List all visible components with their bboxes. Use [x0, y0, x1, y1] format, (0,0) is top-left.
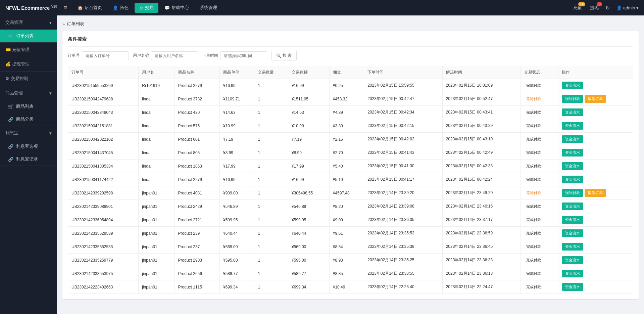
cell-qty: 1: [254, 254, 288, 267]
cell-order-time: 2023年02月14日 23:33:55: [364, 267, 443, 280]
sidebar-item-product-category[interactable]: 🔗 商品分类: [0, 113, 57, 126]
cell-commission: ¥8.85: [329, 267, 364, 280]
col-order-no: 订单号: [68, 66, 139, 79]
roles-icon: 👤: [113, 5, 118, 10]
menu-toggle-icon[interactable]: ≡: [64, 4, 67, 11]
user-menu[interactable]: 👤 admin ▾: [616, 5, 639, 10]
cell-order-time: 2023年02月14日 23:35:38: [364, 240, 443, 254]
cell-product: Product 2656: [175, 267, 219, 280]
sidebar-group-trade-control: ⚙ 交易控制: [0, 72, 57, 86]
order-no-input[interactable]: [82, 51, 129, 60]
refresh-button[interactable]: ↻: [605, 5, 610, 11]
sidebar-group-title-trade-control[interactable]: ⚙ 交易控制: [0, 72, 57, 86]
cell-status: 完成付款: [521, 119, 558, 133]
cell-status: 完成付款: [521, 173, 558, 186]
table-row: UB2302142333553975 jinpan01 Product 2656…: [68, 267, 633, 280]
top-navigation: NFWL Ecommerce V10 ≡ 🏠 后台首页 👤 角色 ⚖ 交易 💬 …: [0, 0, 644, 15]
btn-cancel-order-8[interactable]: 取消订单: [585, 189, 606, 197]
cell-unfreeze-time: 2023年02月15日 00:43:10: [442, 133, 521, 146]
cell-unit-price: ¥17.99: [220, 160, 254, 173]
sidebar-group-title-withdraw[interactable]: 💰 提现管理: [0, 57, 57, 71]
cell-actions: 资金流水: [558, 227, 633, 240]
search-button[interactable]: 🔍 搜 索: [271, 51, 297, 60]
search-btn-label: 搜 索: [283, 53, 292, 58]
order-time-input[interactable]: [220, 51, 267, 60]
sidebar-group-title-recharge[interactable]: 💳 充值管理: [0, 43, 57, 57]
cell-qty: 1: [254, 186, 288, 200]
btn-fund-flow-15[interactable]: 资金流水: [562, 283, 583, 291]
interest-options-icon: 🔗: [8, 144, 13, 149]
cell-actions: 资金流水: [558, 160, 633, 173]
status-badge: 完成付款: [524, 109, 543, 116]
cell-order-no: UB2302142335529539: [68, 227, 139, 240]
nav-label-dashboard: 后台首页: [85, 5, 102, 11]
nav-item-help[interactable]: 💬 帮助中心: [160, 3, 194, 13]
sidebar-item-interest-records[interactable]: 🔗 利息宝记录: [0, 153, 57, 166]
order-list-label: 订单列表: [16, 33, 34, 39]
cell-unfreeze-time: 2023年02月14日 23:36:33: [442, 254, 521, 267]
sidebar-group-title-trade[interactable]: 交易管理 ▾: [0, 15, 57, 30]
cell-username: jinpan01: [139, 200, 175, 213]
btn-fund-flow-11[interactable]: 资金流水: [562, 229, 583, 237]
username-field: 用户名称: [133, 51, 198, 60]
recharge-button[interactable]: 充值 14: [573, 5, 582, 11]
btn-force-pay-1[interactable]: 强制付款: [562, 95, 583, 103]
cell-amount: ¥699.34: [288, 280, 329, 294]
btn-fund-flow-6[interactable]: 资金流水: [562, 162, 583, 170]
sidebar-item-interest-options[interactable]: 🔗 利息宝选项: [0, 140, 57, 153]
btn-fund-flow-7[interactable]: 资金流水: [562, 176, 583, 183]
nav-item-dashboard[interactable]: 🏠 后台首页: [73, 3, 107, 13]
btn-fund-flow-10[interactable]: 资金流水: [562, 216, 583, 224]
cell-commission: ¥4.39: [329, 106, 364, 119]
cell-commission: ¥3.30: [329, 119, 364, 133]
nav-item-transactions[interactable]: ⚖ 交易: [135, 3, 158, 13]
btn-force-pay-8[interactable]: 强制付款: [562, 189, 583, 197]
col-actions: 操作: [558, 66, 633, 79]
cell-commission: ¥10.49: [329, 280, 364, 294]
recharge-management-label: 💳 充值管理: [5, 47, 30, 53]
sidebar-group-interest: 利息宝 ▾ 🔗 利息宝选项 🔗 利息宝记录: [0, 126, 57, 166]
cell-order-no: UB2302142333553975: [68, 267, 139, 280]
cell-unit-price: ¥7.19: [220, 133, 254, 146]
btn-fund-flow-14[interactable]: 资金流水: [562, 270, 583, 277]
nav-item-roles[interactable]: 👤 角色: [108, 3, 133, 13]
cell-amount: ¥595.00: [288, 254, 329, 267]
col-status: 交易状态: [521, 66, 558, 79]
cell-commission: ¥2.16: [329, 133, 364, 146]
cell-qty: 1: [254, 133, 288, 146]
col-order-time: 下单时间: [364, 66, 443, 79]
cell-unfreeze-time: 2023年02月15日 00:42:24: [442, 173, 521, 186]
col-unit-price: 商品单价: [220, 66, 254, 79]
sidebar-group-title-interest[interactable]: 利息宝 ▾: [0, 126, 57, 140]
btn-cancel-order-1[interactable]: 取消订单: [585, 95, 606, 103]
cell-commission: ¥9.00: [329, 213, 364, 227]
table-row: UB2302142335529539 jinpan01 Product 239 …: [68, 227, 633, 240]
cell-unit-price: ¥589.77: [220, 267, 254, 280]
orders-table: 订单号 用户名 商品名称 商品单价 交易数量 交易数额 佣金 下单时间 解冻时间…: [68, 66, 633, 294]
btn-fund-flow-12[interactable]: 资金流水: [562, 243, 583, 251]
cell-unit-price: ¥8.99: [220, 146, 254, 160]
sidebar-item-product-list[interactable]: 🛒 商品列表: [0, 100, 57, 113]
sidebar-group-title-products[interactable]: 商品管理 ▾: [0, 86, 57, 100]
table-row: UB2302142335259779 jinpan01 Product 2903…: [68, 254, 633, 267]
username-input[interactable]: [151, 51, 198, 60]
btn-fund-flow-0[interactable]: 资金流水: [562, 82, 583, 89]
sidebar-group-trade-management: 交易管理 ▾ 🛒 订单列表: [0, 15, 57, 43]
cell-product: Product 237: [175, 240, 219, 254]
nav-item-system[interactable]: 系统管理: [195, 3, 222, 13]
btn-fund-flow-3[interactable]: 资金流水: [562, 122, 583, 130]
btn-fund-flow-2[interactable]: 资金流水: [562, 108, 583, 116]
withdraw-badge: 0: [597, 2, 602, 6]
product-list-icon: 🛒: [8, 104, 13, 109]
btn-fund-flow-5[interactable]: 资金流水: [562, 149, 583, 156]
main-card: 条件搜索 订单号 用户名称 下单时间 🔍 搜 索: [62, 31, 639, 299]
cell-order-no: UB2302142339089901: [68, 200, 139, 213]
sidebar-item-order-list[interactable]: 🛒 订单列表: [0, 30, 57, 42]
product-list-label: 商品列表: [16, 103, 34, 109]
withdraw-button[interactable]: 提现 0: [590, 5, 599, 11]
col-amount: 交易数额: [288, 66, 329, 79]
btn-fund-flow-9[interactable]: 资金流水: [562, 203, 583, 210]
btn-fund-flow-13[interactable]: 资金流水: [562, 256, 583, 264]
btn-fund-flow-4[interactable]: 资金流水: [562, 135, 583, 143]
cell-order-no: UB2302151559553269: [68, 79, 139, 92]
